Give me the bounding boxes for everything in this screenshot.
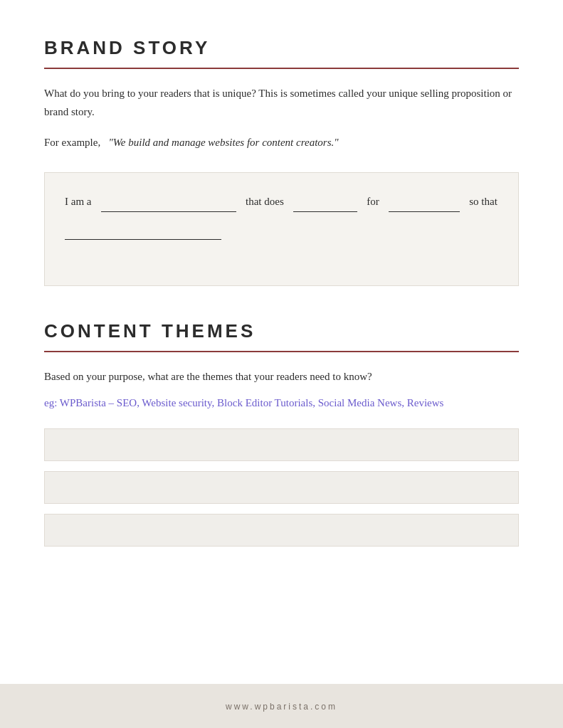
example-prefix: For example,	[44, 137, 100, 148]
brand-story-example: For example, "We build and manage websit…	[44, 134, 519, 152]
themes-intro: Based on your purpose, what are the them…	[44, 368, 519, 386]
theme-box-1[interactable]	[44, 428, 519, 461]
content-themes-title: CONTENT THEMES	[44, 320, 519, 342]
brand-story-section: BRAND STORY What do you bring to your re…	[44, 37, 519, 286]
content-themes-section: CONTENT THEMES Based on your purpose, wh…	[44, 320, 519, 547]
example-quote: "We build and manage websites for conten…	[108, 137, 338, 148]
fill-in-template: I am a that does for so that	[65, 190, 498, 240]
blank-1[interactable]	[101, 190, 236, 212]
fill-in-box: I am a that does for so that	[44, 172, 519, 286]
blank-3[interactable]	[389, 190, 460, 212]
theme-box-3[interactable]	[44, 514, 519, 547]
page-footer: www.wpbarista.com	[0, 684, 563, 728]
fill-second-line	[65, 218, 498, 240]
theme-boxes-container	[44, 428, 519, 547]
brand-story-divider	[44, 68, 519, 69]
themes-example: eg: WPBarista – SEO, Website security, B…	[44, 394, 519, 411]
fill-part3: for	[367, 196, 379, 207]
fill-part2: that does	[246, 196, 284, 207]
brand-story-intro: What do you bring to your readers that i…	[44, 85, 519, 121]
brand-story-title: BRAND STORY	[44, 37, 519, 59]
fill-part1: I am a	[65, 196, 91, 207]
content-themes-divider	[44, 351, 519, 352]
footer-url: www.wpbarista.com	[226, 702, 337, 712]
blank-4[interactable]	[65, 218, 221, 240]
blank-2[interactable]	[293, 190, 357, 212]
fill-part4: so that	[469, 196, 498, 207]
page-content: BRAND STORY What do you bring to your re…	[0, 0, 563, 684]
theme-box-2[interactable]	[44, 471, 519, 504]
